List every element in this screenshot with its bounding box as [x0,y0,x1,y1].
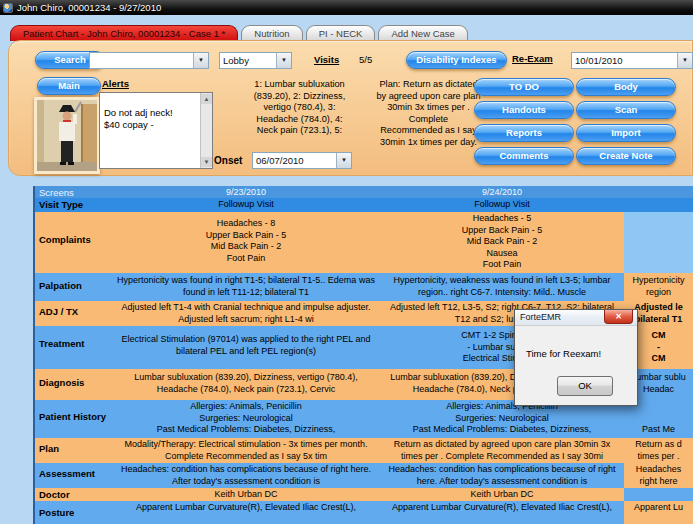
visits-value: 5/5 [359,54,372,65]
location-combobox-value: Lobby [223,55,249,66]
scroll-down-icon[interactable]: ▼ [201,157,212,167]
grid-row-visit-type: Visit Type Followup Visit Followup Visit [35,198,693,212]
body-button[interactable]: Body [576,78,676,96]
tab-pi-neck[interactable]: PI - NECK [306,25,376,41]
onset-date-value: 06/07/2010 [256,155,304,166]
grid-cell[interactable]: Apparent Lumbar Curvature(R), Elevated I… [112,501,380,524]
tab-patient-chart[interactable]: Patient Chart - John Chiro, 00001234 - C… [10,25,238,41]
re-exam-date-value: 10/01/2010 [575,55,623,66]
grid-cell[interactable] [624,198,693,212]
grid-cell[interactable]: Headaches: condition has complications b… [112,463,380,488]
row-label: Diagnosis [35,369,112,400]
window-title: John Chiro, 00001234 - 9/27/2010 [17,2,161,13]
alerts-textarea[interactable]: Do not adj neck! $40 copay - ▲ ▼ [99,92,213,169]
row-label: Doctor [35,488,112,501]
disability-indexes-button[interactable]: Disability Indexes [406,51,507,69]
comments-button[interactable]: Comments [474,147,574,165]
grid-cell[interactable]: Headaches right here [624,463,693,488]
row-label: Assessment [35,463,112,488]
todo-button[interactable]: TO DO [474,78,574,96]
visits-label: Visits [314,54,339,65]
grid-row-palpation: Palpation Hypertonicity was found in rig… [35,273,693,301]
grid-cell[interactable]: Adjusted left T1-4 with Cranial techniqu… [112,301,380,326]
reports-button[interactable]: Reports [474,124,574,142]
chevron-down-icon[interactable]: ▼ [677,53,692,68]
row-label: Patient History [35,400,112,438]
patient-combobox[interactable]: ▼ [89,52,209,69]
onset-date-combobox[interactable]: 06/07/2010 ▼ [252,152,352,169]
grid-column-date-1[interactable]: 9/23/2010 [112,186,380,198]
grid-cell[interactable] [624,488,693,501]
chevron-down-icon[interactable]: ▼ [276,53,291,68]
reexam-dialog: ForteEMR ✕ Time for Reexam! OK [514,309,638,406]
row-label: Complaints [35,212,112,273]
grid-cell[interactable]: Followup Visit [380,198,624,212]
row-label: Palpation [35,273,112,301]
grid-cell[interactable]: Return as d times per . [624,438,693,463]
dialog-message: Time for Reexam! [526,348,601,359]
grid-cell[interactable]: Apparent Lu [624,501,693,524]
import-button[interactable]: Import [576,124,676,142]
chevron-down-icon[interactable]: ▼ [193,53,208,68]
grid-cell[interactable]: Return as dictated by agreed upon care p… [380,438,624,463]
grid-row-posture: Posture Apparent Lumbar Curvature(R), El… [35,501,693,524]
onset-label: Onset [214,155,242,166]
ok-button[interactable]: OK [557,376,613,396]
tab-add-new-case[interactable]: Add New Case [378,25,467,41]
grid-cell[interactable]: Lumbar subluxation (839.20), Dizziness, … [112,369,380,400]
row-label: Treatment [35,326,112,369]
grid-cell[interactable]: Keith Urban DC [112,488,380,501]
grid-header-row: Screens 9/23/2010 9/24/2010 [35,186,693,198]
main-button[interactable]: Main [37,77,101,95]
toolbar-panel: Search ▼ Lobby ▼ Visits 5/5 Disability I… [8,40,693,176]
tab-nutrition[interactable]: Nutrition [241,25,302,41]
grid-row-complaints: Complaints Headaches - 8 Upper Back Pain… [35,212,693,273]
alerts-label: Alerts [102,78,129,89]
patient-photo[interactable] [34,97,100,174]
grid-cell[interactable]: Apparent Lumbar Curvature(R), Elevated I… [380,501,624,524]
grid-cell[interactable]: Hypertonicity, weakness was found in lef… [380,273,624,301]
grid-row-assessment: Assessment Headaches: condition has comp… [35,463,693,488]
location-combobox[interactable]: Lobby ▼ [219,52,292,69]
grid-corner-label: Screens [35,186,112,198]
row-label: Plan [35,438,112,463]
scan-button[interactable]: Scan [576,101,676,119]
chevron-down-icon[interactable]: ▼ [336,153,351,168]
patient-photo-image [37,100,97,171]
grid-row-doctor: Doctor Keith Urban DC Keith Urban DC [35,488,693,501]
alerts-text: Do not adj neck! $40 copay - [104,107,173,130]
row-label: Visit Type [35,198,112,212]
tab-bar: Patient Chart - John Chiro, 00001234 - C… [10,25,471,41]
re-exam-date-combobox[interactable]: 10/01/2010 ▼ [571,52,693,69]
grid-cell[interactable]: Hypertonicity region [624,273,693,301]
grid-cell[interactable]: Allergies: Animals, Penicillin Surgeries… [112,400,380,438]
window-titlebar: John Chiro, 00001234 - 9/27/2010 [0,0,693,15]
app-icon [3,3,13,13]
grid-cell[interactable]: Headaches: condition has complications b… [380,463,624,488]
grid-cell[interactable]: Headaches - 5 Upper Back Pain - 5 Mid Ba… [380,212,624,273]
create-note-button[interactable]: Create Note [576,147,676,165]
grid-cell[interactable]: Electrical Stimulation (97014) was appli… [112,326,380,369]
grid-cell[interactable]: Followup Visit [112,198,380,212]
grid-cell[interactable] [624,212,693,273]
close-icon[interactable]: ✕ [604,310,633,324]
grid-cell[interactable]: Hypertonicity was found in right T1-5; b… [112,273,380,301]
re-exam-label: Re-Exam [512,53,553,64]
grid-row-plan: Plan Modality/Therapy: Electrical stimul… [35,438,693,463]
grid-column-date-2[interactable]: 9/24/2010 [380,186,624,198]
handouts-button[interactable]: Handouts [474,101,574,119]
row-label: Posture [35,501,112,524]
grid-column-date-3[interactable] [624,186,693,198]
row-label: ADJ / TX [35,301,112,326]
grid-cell[interactable]: Modality/Therapy: Electrical stimulation… [112,438,380,463]
grid-cell[interactable]: Headaches - 8 Upper Back Pain - 5 Mid Ba… [112,212,380,273]
grid-cell[interactable]: Keith Urban DC [380,488,624,501]
